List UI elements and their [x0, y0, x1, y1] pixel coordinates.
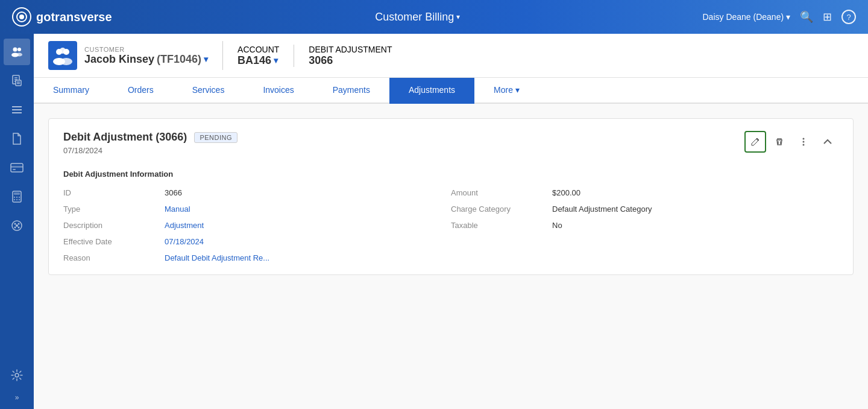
- svg-point-3: [17, 48, 21, 51]
- tab-payments[interactable]: Payments: [313, 78, 389, 104]
- effective-date-value: 07/18/2024: [165, 237, 451, 246]
- description-label: Description: [63, 221, 160, 230]
- charge-category-label: Charge Category: [451, 204, 547, 214]
- tab-adjustments[interactable]: Adjustments: [389, 78, 474, 104]
- info-grid: ID 3066 Type Manual Description Adjustme…: [63, 188, 838, 262]
- sidebar-item-settings[interactable]: [4, 362, 30, 388]
- tab-orders[interactable]: Orders: [108, 78, 173, 104]
- tab-summary[interactable]: Summary: [34, 78, 108, 104]
- taxable-value: No: [552, 221, 838, 230]
- adjustment-header: Debit Adjustment (3066) PENDING 07/18/20…: [63, 131, 838, 155]
- svg-point-33: [15, 373, 19, 377]
- svg-point-32: [16, 224, 18, 227]
- adjustment-date: 07/18/2024: [63, 146, 237, 155]
- grid-icon[interactable]: ⊞: [823, 10, 832, 24]
- nav-right: Daisy Deane (Deane) ▾ 🔍 ⊞ ?: [702, 10, 856, 24]
- type-label: Type: [63, 204, 160, 214]
- customer-avatar: [48, 41, 77, 70]
- status-badge: PENDING: [194, 132, 237, 143]
- customer-dropdown-arrow[interactable]: ▾: [204, 54, 208, 64]
- layout: » CUSTOMER Jacob Kin: [0, 34, 868, 409]
- id-value: 3066: [165, 188, 451, 197]
- svg-point-38: [60, 58, 72, 65]
- customer-section: CUSTOMER Jacob Kinsey (TF1046) ▾: [48, 41, 223, 70]
- top-nav: gotransverse Customer Billing ▾ Daisy De…: [0, 0, 868, 34]
- main-content: CUSTOMER Jacob Kinsey (TF1046) ▾ ACCOUNT…: [34, 34, 868, 409]
- info-row-effective-date: Effective Date 07/18/2024: [63, 237, 451, 246]
- svg-point-36: [60, 48, 66, 54]
- adjustment-actions: [744, 131, 838, 153]
- adjustment-info-section: Debit Adjustment Information ID 3066 Typ…: [63, 170, 838, 262]
- customer-header: CUSTOMER Jacob Kinsey (TF1046) ▾ ACCOUNT…: [34, 34, 868, 78]
- charge-category-value: Default Adjustment Category: [552, 204, 838, 214]
- sidebar-item-calculator[interactable]: [4, 183, 30, 210]
- svg-point-41: [803, 144, 805, 146]
- user-name[interactable]: Daisy Deane (Deane) ▾: [702, 12, 790, 22]
- svg-point-22: [16, 197, 17, 198]
- account-label: ACCOUNT: [237, 45, 279, 54]
- info-row-charge-category: Charge Category Default Adjustment Categ…: [451, 204, 838, 214]
- debit-number: 3066: [309, 54, 392, 67]
- sidebar-item-palette[interactable]: [4, 212, 30, 239]
- info-row-taxable: Taxable No: [451, 221, 838, 230]
- customer-name-value[interactable]: Jacob Kinsey (TF1046) ▾: [84, 53, 208, 66]
- svg-point-1: [19, 14, 24, 19]
- type-value: Manual: [165, 204, 451, 214]
- edit-button[interactable]: [744, 131, 766, 153]
- svg-rect-17: [11, 166, 23, 168]
- tab-services[interactable]: Services: [173, 78, 244, 104]
- sidebar-item-customers[interactable]: [4, 39, 30, 65]
- svg-rect-20: [14, 192, 20, 195]
- app-title[interactable]: Customer Billing ▾: [375, 11, 460, 24]
- account-section: ACCOUNT BA146 ▾: [223, 45, 294, 67]
- sidebar-item-documents[interactable]: [4, 68, 30, 94]
- tab-more[interactable]: More ▾: [474, 78, 539, 104]
- svg-point-21: [14, 197, 15, 198]
- info-row-amount: Amount $200.00: [451, 188, 838, 197]
- adjustment-title: Debit Adjustment (3066) PENDING: [63, 131, 237, 144]
- account-dropdown-arrow[interactable]: ▾: [274, 55, 278, 65]
- info-row-reason: Reason Default Debit Adjustment Re...: [63, 253, 451, 262]
- svg-point-40: [803, 141, 805, 143]
- sidebar-item-file[interactable]: [4, 125, 30, 152]
- logo-area[interactable]: gotransverse: [12, 7, 133, 27]
- sidebar-item-card[interactable]: [4, 154, 30, 181]
- adjustment-card: Debit Adjustment (3066) PENDING 07/18/20…: [48, 118, 854, 275]
- app-title-text: Customer Billing: [375, 11, 454, 24]
- description-value: Adjustment: [165, 221, 451, 230]
- info-col-left: ID 3066 Type Manual Description Adjustme…: [63, 188, 451, 262]
- svg-point-26: [19, 199, 20, 200]
- info-col-right: Amount $200.00 Charge Category Default A…: [451, 188, 838, 262]
- account-value[interactable]: BA146 ▾: [237, 54, 279, 67]
- help-icon[interactable]: ?: [841, 10, 856, 24]
- effective-date-label: Effective Date: [63, 237, 160, 246]
- debit-label: DEBIT ADJUSTMENT: [309, 45, 392, 54]
- sidebar-expand[interactable]: »: [13, 391, 22, 404]
- svg-point-29: [18, 223, 20, 225]
- logo-icon: [12, 7, 31, 27]
- sidebar-item-list[interactable]: [4, 97, 30, 123]
- nav-center: Customer Billing ▾: [133, 11, 702, 24]
- svg-rect-10: [16, 80, 21, 86]
- info-row-description: Description Adjustment: [63, 221, 451, 230]
- app-title-arrow: ▾: [456, 13, 460, 21]
- taxable-label: Taxable: [451, 221, 547, 230]
- sidebar-bottom: »: [4, 362, 30, 404]
- tab-invoices[interactable]: Invoices: [244, 78, 313, 104]
- svg-point-30: [14, 227, 16, 229]
- delete-button[interactable]: [769, 131, 790, 153]
- id-label: ID: [63, 188, 160, 197]
- more-actions-button[interactable]: [793, 131, 814, 153]
- app-name: gotransverse: [36, 10, 112, 24]
- amount-value: $200.00: [552, 188, 838, 197]
- sidebar: »: [0, 34, 34, 409]
- amount-label: Amount: [451, 188, 547, 197]
- svg-point-23: [19, 197, 20, 198]
- content-area: Debit Adjustment (3066) PENDING 07/18/20…: [34, 104, 868, 409]
- svg-point-28: [14, 223, 16, 225]
- svg-point-5: [16, 53, 22, 57]
- svg-point-2: [13, 48, 17, 52]
- collapse-button[interactable]: [817, 131, 838, 153]
- search-icon[interactable]: 🔍: [800, 10, 813, 24]
- svg-point-39: [803, 138, 805, 140]
